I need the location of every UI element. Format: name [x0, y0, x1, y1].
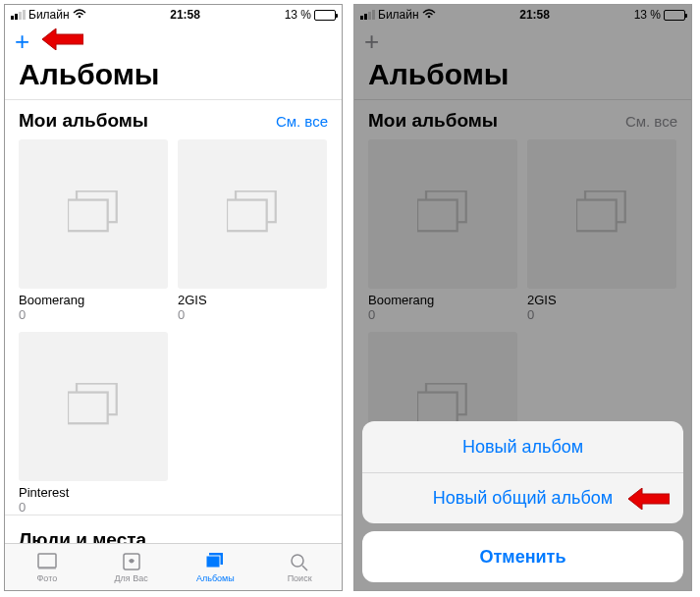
carrier-label: Билайн — [28, 8, 70, 22]
album-item[interactable]: Pinterest 0 — [19, 332, 168, 515]
album-item[interactable]: 2GIS 0 — [178, 139, 327, 322]
battery-percent: 13 % — [285, 8, 311, 22]
svg-line-10 — [302, 566, 307, 570]
search-icon — [288, 551, 311, 572]
tab-label: Фото — [37, 573, 58, 583]
album-count: 0 — [19, 500, 168, 515]
annotation-arrow-icon — [42, 28, 83, 50]
tab-label: Для Вас — [115, 573, 148, 583]
wifi-icon — [73, 8, 86, 22]
sheet-label: Новый общий альбом — [433, 488, 613, 509]
section-title: Мои альбомы — [19, 110, 148, 132]
see-all-link[interactable]: См. все — [276, 113, 328, 130]
tab-for-you[interactable]: Для Вас — [89, 544, 174, 590]
tab-photos[interactable]: Фото — [5, 544, 89, 590]
tab-label: Поиск — [288, 573, 312, 583]
album-name: 2GIS — [178, 293, 327, 307]
tab-search[interactable]: Поиск — [257, 544, 342, 590]
status-bar: Билайн 21:58 13 % — [5, 5, 342, 25]
photos-icon — [35, 551, 59, 572]
new-album-button[interactable]: Новый альбом — [362, 421, 683, 472]
action-sheet: Новый альбом Новый общий альбом Отменить — [362, 421, 683, 582]
album-thumbnail — [19, 139, 168, 289]
section-header-my-albums: Мои альбомы См. все — [5, 99, 342, 139]
albums-icon — [203, 551, 227, 572]
album-name: Boomerang — [19, 293, 168, 307]
sheet-label: Отменить — [480, 547, 566, 568]
album-count: 0 — [19, 307, 168, 322]
sheet-label: Новый альбом — [462, 437, 583, 458]
svg-rect-8 — [206, 556, 220, 568]
new-shared-album-button[interactable]: Новый общий альбом — [362, 472, 683, 523]
photo-stack-icon — [68, 383, 119, 430]
tab-albums[interactable]: Альбомы — [174, 544, 258, 590]
svg-rect-5 — [38, 568, 56, 570]
action-sheet-group: Новый альбом Новый общий альбом — [362, 421, 683, 523]
phone-right: Билайн 21:58 13 % + Альбомы Мои альбомы … — [353, 4, 692, 591]
phone-left: Билайн 21:58 13 % + Альбомы Мои альбомы … — [4, 4, 343, 591]
signal-icon — [11, 10, 26, 20]
album-thumbnail — [178, 139, 327, 289]
tab-label: Альбомы — [196, 573, 235, 583]
for-you-icon — [120, 551, 143, 572]
svg-point-9 — [292, 555, 303, 567]
nav-bar: + — [5, 25, 342, 58]
albums-grid: Boomerang 0 2GIS 0 Pinterest 0 — [5, 139, 342, 515]
album-name: Pinterest — [19, 485, 168, 500]
battery-icon — [314, 10, 336, 21]
svg-rect-4 — [38, 554, 56, 568]
album-thumbnail — [19, 332, 168, 481]
page-title: Альбомы — [5, 58, 342, 99]
album-count: 0 — [178, 307, 327, 322]
photo-stack-icon — [227, 190, 278, 238]
tab-bar: Фото Для Вас Альбомы Поиск — [5, 543, 342, 590]
album-item[interactable]: Boomerang 0 — [19, 139, 168, 322]
add-button[interactable]: + — [15, 28, 29, 54]
clock: 21:58 — [170, 8, 200, 22]
annotation-arrow-icon — [628, 488, 670, 510]
photo-stack-icon — [68, 190, 119, 238]
cancel-button[interactable]: Отменить — [362, 531, 683, 582]
